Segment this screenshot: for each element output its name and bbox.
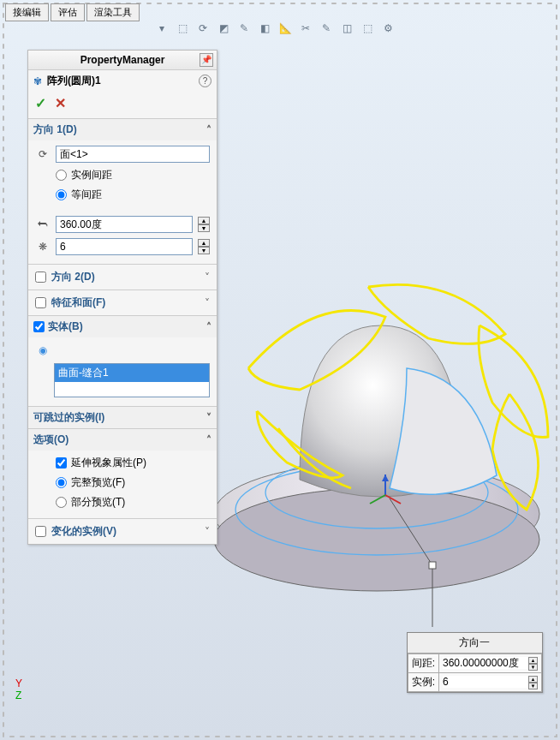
chevron-up-icon: ˄ <box>206 434 211 446</box>
property-manager-panel: PropertyManager 📌 ✾ 阵列(圆周)1 ? ✓ ✕ 方向 1(D… <box>27 50 217 545</box>
body-icon: ◉ <box>35 343 51 358</box>
pin-icon[interactable]: 📌 <box>200 53 213 67</box>
callout-title: 方向一 <box>408 633 542 653</box>
cancel-button[interactable]: ✕ <box>55 95 66 111</box>
callout-instances-label: 实例: <box>408 673 438 692</box>
angle-icon: ⮪ <box>35 217 51 232</box>
callout-spacing-label: 间距: <box>408 654 438 673</box>
count-spinner[interactable]: ▲▼ <box>198 239 210 254</box>
panel-header: PropertyManager 📌 <box>28 51 217 70</box>
angle-input[interactable] <box>56 216 193 233</box>
skip-instances-header[interactable]: 可跳过的实例(I) ˅ <box>28 407 217 428</box>
panel-title: PropertyManager <box>80 54 165 66</box>
direction-callout[interactable]: 方向一 间距: ▲▼ 实例: ▲▼ <box>407 632 543 693</box>
feature-name: 阵列(圆周)1 <box>47 74 101 88</box>
chevron-down-icon: ˅ <box>205 297 210 309</box>
bodies-header[interactable]: 实体(B) ˄ <box>28 316 217 337</box>
callout-instances-spinner[interactable]: ▲▼ <box>528 676 538 689</box>
propagate-checkbox[interactable] <box>56 457 67 468</box>
direction1-header[interactable]: 方向 1(D) ˄ <box>28 119 217 140</box>
features-faces-checkbox[interactable] <box>35 297 46 308</box>
chevron-down-icon: ˅ <box>205 526 210 538</box>
direction2-checkbox[interactable] <box>35 272 46 283</box>
bodies-selected-item[interactable]: 曲面-缝合1 <box>55 364 209 382</box>
options-header[interactable]: 选项(O) ˄ <box>28 429 217 451</box>
axis-input[interactable] <box>56 146 210 163</box>
bodies-listbox[interactable]: 曲面-缝合1 <box>54 363 210 397</box>
chevron-down-icon: ˅ <box>205 272 210 283</box>
chevron-down-icon: ˅ <box>206 412 211 424</box>
radio-full-preview[interactable] <box>56 477 67 488</box>
callout-spacing-input[interactable] <box>443 657 528 669</box>
bodies-checkbox[interactable] <box>33 321 45 332</box>
svg-rect-9 <box>429 562 436 569</box>
circular-pattern-icon: ✾ <box>33 75 42 87</box>
count-icon: ❋ <box>35 239 51 254</box>
count-input[interactable] <box>56 238 193 255</box>
chevron-up-icon: ˄ <box>206 124 211 136</box>
help-icon[interactable]: ? <box>199 75 211 87</box>
radio-equal-spacing[interactable] <box>56 189 67 200</box>
axis-select-icon[interactable]: ⟳ <box>35 146 51 162</box>
radio-partial-preview[interactable] <box>56 497 67 508</box>
chevron-up-icon: ˄ <box>206 321 211 333</box>
angle-spinner[interactable]: ▲▼ <box>198 217 210 232</box>
callout-spacing-spinner[interactable]: ▲▼ <box>528 657 538 671</box>
vary-instances-checkbox[interactable] <box>35 526 46 537</box>
callout-instances-input[interactable] <box>443 676 528 688</box>
ok-button[interactable]: ✓ <box>35 95 46 111</box>
radio-instance-spacing[interactable] <box>56 170 67 181</box>
